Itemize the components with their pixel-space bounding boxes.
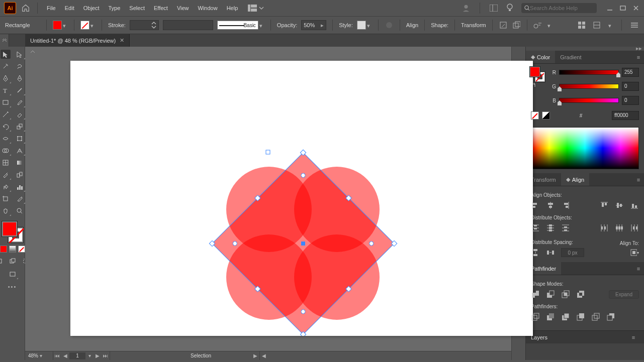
arrange-docs-icon[interactable]	[489, 4, 498, 13]
paintbrush-tool[interactable]	[15, 98, 25, 107]
eyedropper-tool[interactable]	[1, 170, 11, 179]
close-button[interactable]	[632, 4, 640, 12]
chevron-down-icon[interactable]	[259, 6, 264, 11]
fill-stroke-indicator[interactable]	[2, 221, 23, 243]
panel-menu-icon[interactable]: ≡	[633, 51, 644, 63]
color-mode-button[interactable]	[0, 246, 7, 253]
align-left-icon[interactable]	[531, 201, 540, 210]
menu-object[interactable]: Object	[82, 3, 101, 13]
next-artboard-icon[interactable]: ▶	[94, 351, 102, 360]
menu-type[interactable]: Type	[108, 3, 122, 13]
home-icon[interactable]	[21, 4, 30, 13]
pen-tool[interactable]	[1, 74, 11, 83]
divide-icon[interactable]	[531, 312, 540, 321]
draw-normal-icon[interactable]	[0, 257, 5, 266]
perspective-grid-tool[interactable]	[15, 146, 25, 155]
style-swatch[interactable]: ▾	[357, 21, 372, 30]
fill-swatch-button[interactable]: ▾	[53, 21, 68, 30]
layers-tab[interactable]: Layers ≡	[526, 330, 644, 343]
free-transform-tool[interactable]	[15, 134, 25, 143]
scroll-left-icon[interactable]: ◀	[260, 351, 268, 360]
rotate-tool[interactable]	[1, 122, 11, 131]
column-graph-tool[interactable]	[15, 182, 25, 191]
artboard[interactable]	[70, 61, 533, 336]
rectangle-tool[interactable]	[1, 98, 11, 107]
direct-selection-tool[interactable]	[15, 50, 25, 59]
tools-collapser[interactable]	[0, 34, 9, 47]
panel-menu-icon[interactable]: ≡	[628, 334, 639, 340]
shape-builder-tool[interactable]	[1, 146, 11, 155]
gradient-mode-button[interactable]	[9, 246, 16, 253]
clip-icon[interactable]	[512, 21, 521, 30]
panel-menu-icon[interactable]: ≡	[633, 173, 644, 186]
g-value[interactable]: 0	[622, 82, 639, 91]
mesh-tool[interactable]	[1, 158, 11, 167]
unite-icon[interactable]	[531, 290, 540, 299]
first-artboard-icon[interactable]: ⏮	[53, 351, 61, 360]
stroke-weight-field[interactable]	[130, 20, 159, 30]
blend-tool[interactable]	[15, 170, 25, 179]
eraser-tool[interactable]	[15, 110, 25, 119]
outline-icon[interactable]	[591, 312, 600, 321]
draw-behind-icon[interactable]	[8, 257, 18, 266]
color-spectrum[interactable]	[531, 127, 639, 169]
transform-link[interactable]: Transform	[461, 22, 486, 28]
b-value[interactable]: 0	[622, 96, 639, 105]
hand-tool[interactable]	[1, 206, 11, 215]
artboard-dropdown-icon[interactable]: ▾	[85, 351, 94, 360]
edit-similar-icon[interactable]	[533, 21, 542, 30]
search-input[interactable]	[530, 5, 594, 11]
minus-back-icon[interactable]	[606, 312, 615, 321]
none-swatch[interactable]	[531, 111, 539, 119]
magic-wand-tool[interactable]	[1, 62, 11, 71]
symbol-sprayer-tool[interactable]	[1, 182, 11, 191]
recolor-icon[interactable]	[385, 21, 394, 30]
edit-toolbar-icon[interactable]: •••	[8, 284, 17, 290]
dist-left-icon[interactable]	[600, 223, 609, 232]
zoom-level[interactable]: 48% ▾	[25, 353, 53, 358]
lightbulb-icon[interactable]	[505, 4, 514, 13]
gradient-tool[interactable]	[15, 158, 25, 167]
search-help[interactable]	[521, 3, 597, 13]
variable-width-profile[interactable]	[163, 20, 213, 30]
close-tab-icon[interactable]: ✕	[120, 37, 124, 44]
r-value[interactable]: 255	[622, 68, 639, 77]
artboard-number[interactable]: 1	[69, 352, 85, 359]
type-tool[interactable]: T	[1, 86, 11, 95]
artboard-tool[interactable]	[1, 194, 11, 203]
menu-select[interactable]: Select	[128, 3, 146, 13]
dist-space-h-icon[interactable]	[546, 248, 555, 257]
screen-mode-icon[interactable]	[8, 270, 18, 279]
minus-front-icon[interactable]	[546, 290, 555, 299]
align-bottom-icon[interactable]	[630, 201, 639, 210]
expand-button[interactable]: Expand	[609, 290, 639, 299]
zoom-tool[interactable]	[15, 206, 25, 215]
maximize-button[interactable]	[619, 4, 627, 12]
panel-menu-icon[interactable]: ≡	[633, 262, 644, 275]
workspace-switcher-icon[interactable]	[248, 4, 257, 13]
opacity-field[interactable]: 50%▸	[301, 20, 326, 30]
align-vcenter-icon[interactable]	[615, 201, 624, 210]
r-slider[interactable]	[559, 70, 619, 75]
align-hcenter-icon[interactable]	[546, 201, 555, 210]
none-mode-button[interactable]	[18, 246, 25, 253]
dist-space-v-icon[interactable]	[531, 248, 540, 257]
panel-menu-icon[interactable]	[630, 21, 639, 30]
slice-tool[interactable]	[15, 194, 25, 203]
align-right-icon[interactable]	[561, 201, 570, 210]
stroke-swatch-button[interactable]: ▾	[80, 21, 96, 30]
status-menu-icon[interactable]: ▶	[251, 351, 259, 360]
align-tab[interactable]: ◆Align	[561, 173, 589, 186]
color-fill-stroke[interactable]	[530, 67, 545, 82]
exclude-icon[interactable]	[576, 290, 585, 299]
menu-edit[interactable]: Edit	[64, 3, 75, 13]
menu-effect[interactable]: Effect	[153, 3, 169, 13]
white-black-swatch[interactable]	[542, 111, 550, 119]
dist-bottom-icon[interactable]	[561, 223, 570, 232]
last-artboard-icon[interactable]: ⏭	[102, 351, 110, 360]
dist-right-icon[interactable]	[630, 223, 639, 232]
align-to-button[interactable]: ▾	[630, 248, 639, 257]
menu-file[interactable]: File	[46, 3, 57, 13]
user-icon[interactable]	[462, 4, 471, 13]
shape-link[interactable]: Shape:	[431, 22, 448, 28]
